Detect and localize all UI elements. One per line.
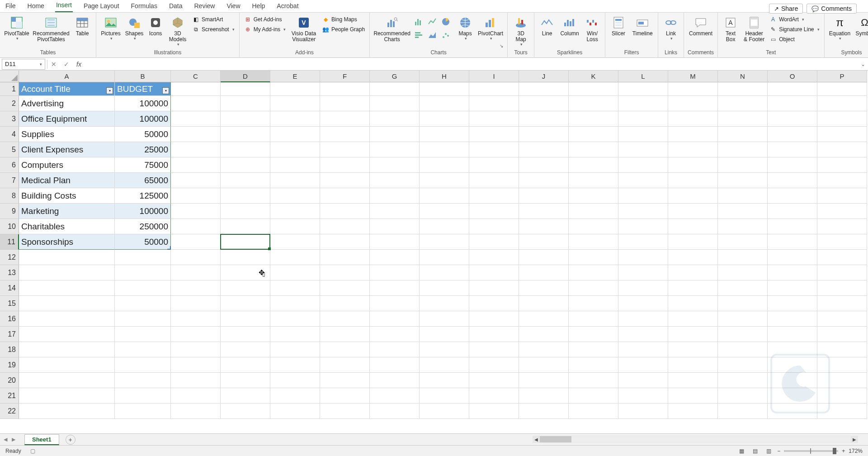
cell-L6[interactable] [618,157,668,173]
cell-N18[interactable] [718,342,768,357]
cell-F1[interactable] [320,82,370,96]
cell-O17[interactable] [768,327,817,342]
cell-M6[interactable] [668,157,718,173]
cell-O5[interactable] [768,142,817,157]
cell-F13[interactable] [320,265,370,280]
cell-G6[interactable] [370,157,420,173]
cell-O15[interactable] [768,296,817,311]
cell-L5[interactable] [618,142,668,157]
cell-P6[interactable] [817,157,867,173]
cell-H12[interactable] [420,250,469,265]
cell-B13[interactable] [115,265,171,280]
cell-B16[interactable] [115,311,171,327]
cell-B5[interactable]: 25000 [115,142,171,157]
zoom-in-button[interactable]: + [842,448,845,454]
filter-button-budget[interactable]: ▾ [162,87,169,94]
cell-I12[interactable] [469,250,519,265]
macro-record-icon[interactable]: ▢ [30,448,35,454]
column-header-P[interactable]: P [817,71,867,82]
textbox-button[interactable]: A Text Box [721,14,741,43]
cell-C4[interactable] [171,127,221,142]
cell-L22[interactable] [618,404,668,419]
bar-chart-button[interactable] [412,29,425,42]
cell-A21[interactable] [19,388,115,404]
cell-E4[interactable] [270,127,320,142]
name-box[interactable]: D11 ▾ [2,59,45,70]
row-header-5[interactable]: 5 [0,142,19,157]
cell-K11[interactable] [569,234,618,250]
cell-A10[interactable]: Charitables [19,219,115,234]
cell-P8[interactable] [817,188,867,204]
cell-D5[interactable] [221,142,270,157]
cell-A3[interactable]: Office Equipment [19,111,115,127]
cell-E8[interactable] [270,188,320,204]
row-header-3[interactable]: 3 [0,111,19,127]
cell-I8[interactable] [469,188,519,204]
cell-B21[interactable] [115,388,171,404]
cell-B4[interactable]: 50000 [115,127,171,142]
cell-O8[interactable] [768,188,817,204]
row-header-14[interactable]: 14 [0,280,19,296]
cell-O3[interactable] [768,111,817,127]
cell-H1[interactable] [420,82,469,96]
scatter-chart-button[interactable] [439,29,452,42]
cell-M20[interactable] [668,373,718,388]
column-header-G[interactable]: G [370,71,420,82]
cell-C8[interactable] [171,188,221,204]
cell-D10[interactable] [221,219,270,234]
row-header-6[interactable]: 6 [0,157,19,173]
cell-I14[interactable] [469,280,519,296]
3d-models-button[interactable]: 3D Models▾ [166,14,189,48]
pictures-button[interactable]: Pictures▾ [99,14,123,42]
tab-acrobat[interactable]: Acrobat [276,0,299,12]
cell-E22[interactable] [270,404,320,419]
cell-N12[interactable] [718,250,768,265]
zoom-level[interactable]: 172% [849,448,863,454]
cell-A2[interactable]: Advertising [19,96,115,111]
cell-P11[interactable] [817,234,867,250]
cell-E20[interactable] [270,373,320,388]
get-addins-button[interactable]: ⊞Get Add-ins [242,15,288,24]
cell-L13[interactable] [618,265,668,280]
tab-insert[interactable]: Insert [55,0,73,12]
cell-P14[interactable] [817,280,867,296]
cell-N4[interactable] [718,127,768,142]
cell-B12[interactable] [115,250,171,265]
cell-F7[interactable] [320,173,370,188]
cell-D4[interactable] [221,127,270,142]
cell-L19[interactable] [618,357,668,373]
cell-I1[interactable] [469,82,519,96]
tab-data[interactable]: Data [168,0,184,12]
table-button[interactable]: Table [71,14,93,38]
cell-O11[interactable] [768,234,817,250]
cell-C21[interactable] [171,388,221,404]
cell-I13[interactable] [469,265,519,280]
cell-E18[interactable] [270,342,320,357]
cell-F21[interactable] [320,388,370,404]
cell-C17[interactable] [171,327,221,342]
cell-H4[interactable] [420,127,469,142]
column-header-H[interactable]: H [420,71,469,82]
cell-D2[interactable] [221,96,270,111]
cell-L1[interactable] [618,82,668,96]
cell-L21[interactable] [618,388,668,404]
cell-M4[interactable] [668,127,718,142]
column-header-J[interactable]: J [519,71,569,82]
sparkline-line-button[interactable]: Line [537,14,557,38]
cell-E15[interactable] [270,296,320,311]
sheet-nav-next-icon[interactable]: ▶ [12,437,15,442]
cell-G12[interactable] [370,250,420,265]
cell-J12[interactable] [519,250,569,265]
row-header-9[interactable]: 9 [0,204,19,219]
scroll-thumb[interactable] [540,436,571,442]
column-header-I[interactable]: I [469,71,519,82]
cell-G16[interactable] [370,311,420,327]
cell-H6[interactable] [420,157,469,173]
cell-N17[interactable] [718,327,768,342]
cell-H14[interactable] [420,280,469,296]
cell-O2[interactable] [768,96,817,111]
cell-O7[interactable] [768,173,817,188]
cell-C10[interactable] [171,219,221,234]
cell-K2[interactable] [569,96,618,111]
cell-J4[interactable] [519,127,569,142]
